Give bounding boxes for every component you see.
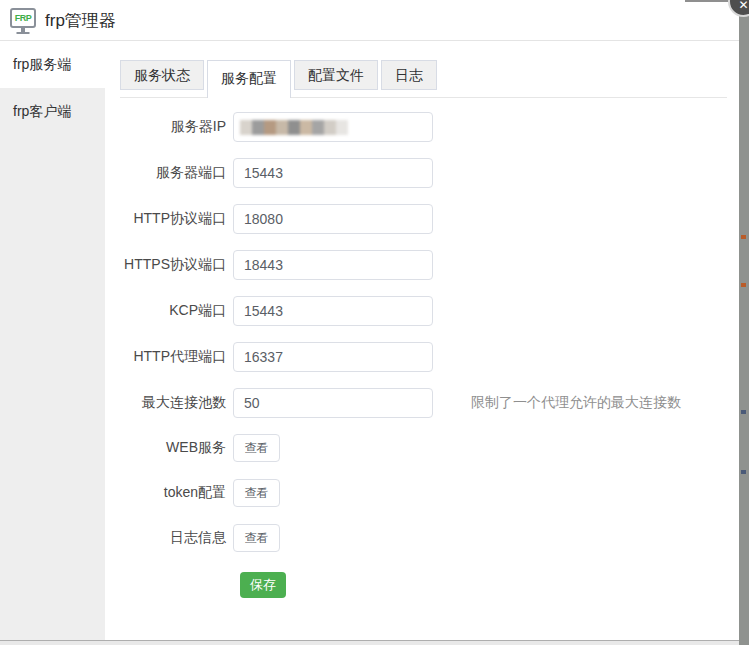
- tab-config-file[interactable]: 配置文件: [294, 60, 378, 90]
- close-icon: ✕: [738, 0, 748, 11]
- sidebar-item-label: frp客户端: [13, 103, 71, 119]
- form-row-server-port: 服务器端口: [105, 158, 739, 188]
- token-config-view-button[interactable]: 查看: [233, 479, 280, 507]
- tab-log[interactable]: 日志: [381, 60, 437, 90]
- artifact-dot: [741, 410, 746, 414]
- field-label: WEB服务: [105, 439, 233, 457]
- field-label: 服务器IP: [105, 118, 233, 136]
- frp-logo-text: FRP: [15, 13, 32, 23]
- censored-ip-mosaic: [240, 120, 348, 135]
- tab-service-status[interactable]: 服务状态: [120, 60, 204, 90]
- form-row-http-port: HTTP协议端口: [105, 204, 739, 234]
- form-row-server-ip: 服务器IP: [105, 112, 739, 142]
- http-port-input[interactable]: [233, 204, 433, 234]
- form-row-kcp-port: KCP端口: [105, 296, 739, 326]
- max-pool-hint: 限制了一个代理允许的最大连接数: [471, 394, 681, 412]
- web-service-view-button[interactable]: 查看: [233, 434, 280, 462]
- server-port-input[interactable]: [233, 158, 433, 188]
- main-content: 服务状态 服务配置 配置文件 日志 服务器IP 服务器端口 HTTP协议端口: [105, 41, 739, 640]
- form-row-save: 保存: [105, 572, 739, 598]
- form-row-https-port: HTTPS协议端口: [105, 250, 739, 280]
- form-row-http-proxy-port: HTTP代理端口: [105, 342, 739, 372]
- save-button[interactable]: 保存: [240, 572, 286, 598]
- app-title: frp管理器: [45, 9, 116, 32]
- tab-label: 服务状态: [134, 67, 190, 83]
- max-pool-input[interactable]: [233, 388, 433, 418]
- window-bottom-edge: [0, 640, 749, 645]
- app-header: FRP frp管理器: [0, 0, 749, 41]
- sidebar-item-frp-server[interactable]: frp服务端: [0, 41, 105, 88]
- field-label: token配置: [105, 484, 233, 502]
- log-info-view-button[interactable]: 查看: [233, 524, 280, 552]
- tab-label: 服务配置: [221, 70, 277, 86]
- sidebar-item-label: frp服务端: [13, 56, 71, 72]
- field-label: HTTPS协议端口: [105, 256, 233, 274]
- field-label: HTTP代理端口: [105, 348, 233, 366]
- http-proxy-port-input[interactable]: [233, 342, 433, 372]
- form-row-max-pool: 最大连接池数 限制了一个代理允许的最大连接数: [105, 388, 739, 418]
- server-config-form: 服务器IP 服务器端口 HTTP协议端口 HTTPS协议端口 KCP端口: [105, 112, 739, 598]
- form-row-web-service: WEB服务 查看: [105, 434, 739, 462]
- form-row-token-config: token配置 查看: [105, 479, 739, 507]
- field-label: 最大连接池数: [105, 394, 233, 412]
- frp-logo-icon: FRP: [10, 8, 36, 28]
- field-label: 服务器端口: [105, 164, 233, 182]
- tab-service-config[interactable]: 服务配置: [207, 60, 291, 98]
- tab-bar: 服务状态 服务配置 配置文件 日志: [120, 60, 727, 98]
- artifact-dot: [741, 283, 746, 287]
- field-label: HTTP协议端口: [105, 210, 233, 228]
- artifact-dot: [741, 235, 746, 239]
- server-ip-input[interactable]: [233, 112, 433, 142]
- field-label: KCP端口: [105, 302, 233, 320]
- kcp-port-input[interactable]: [233, 296, 433, 326]
- sidebar: frp服务端 frp客户端: [0, 41, 105, 640]
- sidebar-item-frp-client[interactable]: frp客户端: [0, 88, 105, 135]
- https-port-input[interactable]: [233, 250, 433, 280]
- field-label: 日志信息: [105, 529, 233, 547]
- tab-label: 配置文件: [308, 67, 364, 83]
- artifact-dot: [741, 470, 746, 474]
- window-behind-strip: [739, 0, 749, 645]
- form-row-log-info: 日志信息 查看: [105, 524, 739, 552]
- tab-label: 日志: [395, 67, 423, 83]
